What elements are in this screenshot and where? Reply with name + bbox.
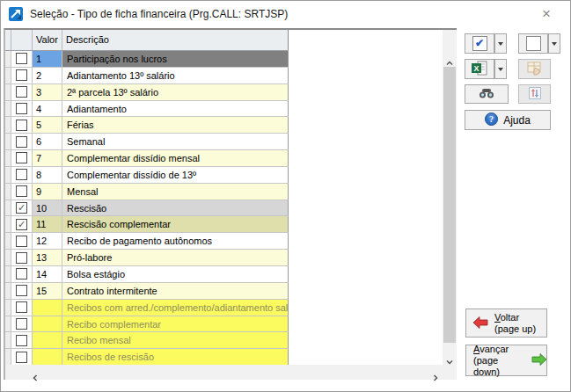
descricao-cell[interactable]: Bolsa estágio <box>62 266 289 283</box>
row-checkbox-cell[interactable] <box>11 150 33 167</box>
descricao-cell[interactable]: Recibo de pagamento autônomos <box>62 233 289 250</box>
row-checkbox-cell[interactable] <box>11 349 33 366</box>
valor-cell[interactable]: 15 <box>33 283 62 300</box>
row-checkbox[interactable] <box>16 318 27 330</box>
uncheck-all-dropdown-button[interactable] <box>548 33 560 54</box>
scroll-right-icon[interactable] <box>433 369 438 385</box>
header-descricao[interactable]: Descrição <box>62 30 289 50</box>
descricao-cell[interactable]: Complementar dissídio de 13º <box>62 167 289 184</box>
row-checkbox-cell[interactable] <box>11 84 33 101</box>
uncheck-all-button[interactable] <box>518 33 548 54</box>
descricao-cell[interactable]: Rescisão <box>62 200 289 217</box>
descricao-cell[interactable]: Rescisão complementar <box>62 216 289 233</box>
table-row[interactable]: 9Mensal <box>5 184 289 200</box>
valor-cell[interactable]: 7 <box>33 150 62 167</box>
descricao-cell[interactable]: 2ª parcela 13º salário <box>62 84 289 101</box>
descricao-cell[interactable]: Recibos com arred./complemento/adiantame… <box>62 300 289 316</box>
row-checkbox[interactable] <box>16 103 27 114</box>
voltar-button[interactable]: Voltar (page up) <box>465 309 547 338</box>
table-row[interactable]: ✓11Rescisão complementar <box>5 216 289 233</box>
export-excel-button[interactable]: X <box>465 59 494 79</box>
row-checkbox[interactable] <box>16 335 27 346</box>
valor-cell[interactable]: 6 <box>33 134 62 150</box>
row-checkbox-cell[interactable] <box>11 167 33 184</box>
check-all-dropdown-button[interactable] <box>494 33 507 54</box>
row-checkbox[interactable] <box>16 268 27 279</box>
table-row[interactable]: Recibo complementar <box>5 316 289 333</box>
row-checkbox[interactable] <box>16 53 27 64</box>
valor-cell[interactable]: 5 <box>33 117 62 134</box>
valor-cell[interactable]: 12 <box>33 233 62 250</box>
descricao-cell[interactable]: Recibo complementar <box>62 316 289 333</box>
descricao-cell[interactable]: Complementar dissídio mensal <box>62 150 289 167</box>
table-row[interactable]: ✓10Rescisão <box>5 200 289 217</box>
table-row[interactable]: 8Complementar dissídio de 13º <box>5 167 289 184</box>
valor-cell[interactable]: 10 <box>33 200 62 217</box>
table-row[interactable]: Recibo mensal <box>5 332 289 349</box>
close-icon[interactable]: × <box>537 5 556 23</box>
valor-cell[interactable]: 8 <box>33 167 62 184</box>
help-button[interactable]: ? Ajuda <box>465 110 551 130</box>
row-checkbox[interactable]: ✓ <box>16 202 27 214</box>
table-row[interactable]: Recibos com arred./complemento/adiantame… <box>5 300 289 316</box>
valor-cell[interactable]: 13 <box>33 250 62 266</box>
row-checkbox[interactable] <box>16 236 27 247</box>
row-checkbox-cell[interactable] <box>11 316 33 333</box>
row-checkbox[interactable] <box>16 69 27 81</box>
row-checkbox-cell[interactable] <box>11 117 33 134</box>
check-all-button[interactable]: ✔ <box>465 33 494 54</box>
descricao-cell[interactable]: Adiantamento <box>62 101 289 118</box>
table-row[interactable]: 1Participação nos lucros <box>5 51 289 68</box>
valor-cell[interactable]: 4 <box>33 101 62 118</box>
row-checkbox-cell[interactable] <box>11 51 33 68</box>
row-checkbox[interactable] <box>16 185 27 197</box>
row-checkbox[interactable] <box>16 301 27 313</box>
horizontal-scrollbar[interactable] <box>5 365 457 380</box>
row-checkbox[interactable] <box>16 252 27 264</box>
table-row[interactable]: 13Pró-labore <box>5 250 289 266</box>
row-checkbox[interactable] <box>16 152 27 163</box>
row-checkbox-cell[interactable]: ✓ <box>11 200 33 217</box>
descricao-cell[interactable]: Contrato intermitente <box>62 283 289 300</box>
valor-cell[interactable] <box>33 349 62 366</box>
row-checkbox-cell[interactable] <box>11 300 33 316</box>
table-row[interactable]: 2Adiantamento 13º salário <box>5 68 289 84</box>
row-checkbox-cell[interactable] <box>11 250 33 266</box>
descricao-cell[interactable]: Férias <box>62 117 289 134</box>
row-checkbox-cell[interactable] <box>11 134 33 150</box>
table-row[interactable]: 5Férias <box>5 117 289 134</box>
scroll-left-icon[interactable] <box>33 369 38 385</box>
valor-cell[interactable]: 9 <box>33 184 62 200</box>
table-row[interactable]: 14Bolsa estágio <box>5 266 289 283</box>
row-checkbox[interactable] <box>16 136 27 148</box>
descricao-cell[interactable]: Recibos de rescisão <box>62 349 289 366</box>
avancar-button[interactable]: Avançar (page down) <box>465 345 547 376</box>
valor-cell[interactable]: 2 <box>33 68 62 84</box>
row-checkbox-cell[interactable] <box>11 184 33 200</box>
row-checkbox[interactable]: ✓ <box>16 219 27 230</box>
valor-cell[interactable]: 14 <box>33 266 62 283</box>
descricao-cell[interactable]: Adiantamento 13º salário <box>62 68 289 84</box>
row-checkbox-cell[interactable] <box>11 283 33 300</box>
valor-cell[interactable]: 3 <box>33 84 62 101</box>
valor-cell[interactable] <box>33 316 62 333</box>
row-checkbox[interactable] <box>16 169 27 180</box>
row-checkbox-cell[interactable] <box>11 101 33 118</box>
vertical-scroll-thumb[interactable] <box>443 67 456 343</box>
row-checkbox[interactable] <box>16 352 27 363</box>
row-checkbox[interactable] <box>16 120 27 131</box>
row-checkbox[interactable] <box>16 86 27 98</box>
valor-cell[interactable] <box>33 332 62 349</box>
row-checkbox-cell[interactable] <box>11 233 33 250</box>
row-checkbox-cell[interactable]: ✓ <box>11 216 33 233</box>
descricao-cell[interactable]: Semanal <box>62 134 289 150</box>
table-row[interactable]: 6Semanal <box>5 134 289 150</box>
descricao-cell[interactable]: Mensal <box>62 184 289 200</box>
vertical-scrollbar[interactable] <box>443 30 457 367</box>
export-excel-dropdown-button[interactable] <box>494 59 507 79</box>
table-row[interactable]: 32ª parcela 13º salário <box>5 84 289 101</box>
header-valor[interactable]: Valor <box>33 30 62 50</box>
row-checkbox-cell[interactable] <box>11 332 33 349</box>
table-row[interactable]: 12Recibo de pagamento autônomos <box>5 233 289 250</box>
search-button[interactable] <box>465 84 509 104</box>
